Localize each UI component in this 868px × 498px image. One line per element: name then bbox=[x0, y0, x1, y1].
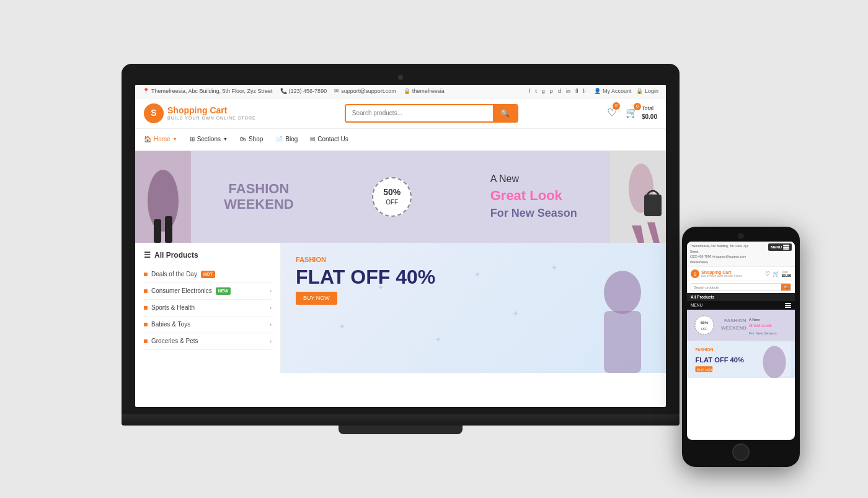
banner-center: FASHIONWEEKEND 50% OFF A New Great Look … bbox=[135, 172, 666, 221]
cart-icon-wrap: 🛒 0 bbox=[626, 106, 638, 120]
top-bar-right: f t g p d in fl li 👤 My Account 🔒 Login bbox=[529, 87, 658, 95]
shop-icon: 🛍 bbox=[240, 135, 246, 144]
location-icon: 📍 bbox=[143, 87, 149, 95]
phone-hero-banner: FASHION WEEKEND 50% OFF A New Great Look… bbox=[687, 310, 795, 341]
website-item: 🔒 themefreesia bbox=[404, 87, 445, 95]
phone-item: 📞 (123) 456-7890 bbox=[280, 87, 327, 95]
address-text: Themefreesia, Abc Building, 5th Floor, Z… bbox=[151, 87, 273, 95]
dribbble-icon[interactable]: d bbox=[558, 87, 561, 95]
svg-point-1 bbox=[148, 170, 179, 232]
sidebar-item-groceries[interactable]: Groceries & Pets › bbox=[144, 333, 272, 350]
svg-text:OFF: OFF bbox=[701, 327, 707, 331]
logo-title: Shopping Cart bbox=[167, 105, 256, 116]
star-deco-4: ✦ bbox=[435, 334, 442, 346]
laptop-screen-outer: 📍 Themefreesia, Abc Building, 5th Floor,… bbox=[122, 64, 680, 414]
blog-icon: 📄 bbox=[275, 135, 283, 144]
banner-great-look: Great Look bbox=[490, 186, 577, 206]
svg-text:Great Look: Great Look bbox=[749, 323, 772, 328]
svg-text:FASHION: FASHION bbox=[695, 347, 713, 351]
banner-new: A New bbox=[490, 172, 577, 186]
email-icon: ✉ bbox=[334, 87, 339, 95]
googleplus-icon[interactable]: g bbox=[542, 87, 545, 95]
sidebar-item-deals[interactable]: Deals of the Day HOT bbox=[144, 266, 272, 283]
phone-banner-svg: FASHION WEEKEND 50% OFF A New Great Look… bbox=[687, 310, 795, 341]
contact-icon: ✉ bbox=[310, 135, 315, 144]
sidebar-arrow-babies: › bbox=[270, 321, 272, 329]
cart-total-area: Total $0.00 bbox=[642, 105, 657, 121]
phone-cart-button[interactable]: 🛒 bbox=[773, 271, 779, 277]
star-deco-6: ✦ bbox=[512, 308, 520, 320]
phone-menu-text: MENU bbox=[691, 303, 702, 307]
sidebar-arrow-electronics: › bbox=[270, 287, 272, 295]
phone-hamburger-icon bbox=[783, 245, 789, 250]
phone-camera bbox=[738, 233, 744, 239]
home-icon: 🏠 bbox=[144, 135, 151, 144]
phone-all-products: All Products bbox=[687, 293, 795, 301]
svg-point-7 bbox=[604, 271, 641, 314]
nav-item-home[interactable]: 🏠 Home ▼ bbox=[144, 129, 177, 150]
sidebar-arrow-sports: › bbox=[270, 304, 272, 312]
phone-search-button[interactable]: 🔍 bbox=[781, 284, 790, 290]
nav-item-blog[interactable]: 📄 Blog bbox=[275, 129, 298, 150]
main-content: ☰ All Products Deals of the Day HOT bbox=[135, 243, 666, 373]
phone-search-input[interactable] bbox=[691, 284, 781, 290]
phone-text: (123) 456-7890 bbox=[289, 87, 327, 95]
globe-icon: 🔒 bbox=[404, 87, 410, 95]
search-input[interactable] bbox=[346, 106, 493, 120]
product-sidebar: ☰ All Products Deals of the Day HOT bbox=[135, 243, 281, 373]
logo-area[interactable]: S Shopping Cart BUILD YOUR OWN ONLINE ST… bbox=[144, 103, 256, 123]
login-link[interactable]: 🔒 Login bbox=[636, 87, 658, 95]
svg-rect-6 bbox=[644, 194, 662, 216]
sidebar-item-babies[interactable]: Babies & Toys › bbox=[144, 317, 272, 333]
svg-point-23 bbox=[763, 346, 786, 377]
twitter-icon[interactable]: t bbox=[535, 87, 537, 95]
email-text: support@support.com bbox=[341, 87, 396, 95]
banner-right-svg bbox=[610, 151, 666, 243]
phone-menu-button[interactable]: MENU bbox=[768, 243, 792, 251]
nav-item-sections[interactable]: ⊞ Sections ▼ bbox=[190, 129, 228, 150]
phone-logo: S Shopping Cart BUILD YOUR OWN ONLINE ST… bbox=[691, 269, 742, 278]
phone-nav-bar: MENU bbox=[687, 301, 795, 310]
laptop-device: 📍 Themefreesia, Abc Building, 5th Floor,… bbox=[122, 64, 680, 434]
cart-button[interactable]: 🛒 0 Total $0.00 bbox=[626, 105, 657, 121]
phone-product-banner: FASHION FLAT OFF 40% BUY NOW bbox=[687, 341, 795, 378]
svg-rect-3 bbox=[165, 216, 172, 243]
phone-header-right: ♡ 🛒 Total $0.00 bbox=[765, 271, 791, 277]
instagram-icon[interactable]: in bbox=[566, 87, 570, 95]
wishlist-badge: 0 bbox=[613, 102, 620, 110]
phone-outer: Themefreesia, Abc Building, 5th Floor, Z… bbox=[682, 227, 800, 467]
nav-item-contact[interactable]: ✉ Contact Us bbox=[310, 129, 348, 150]
svg-text:FLAT OFF 40%: FLAT OFF 40% bbox=[695, 356, 744, 363]
pinterest-icon[interactable]: p bbox=[550, 87, 553, 95]
buy-now-button[interactable]: BUY NOW bbox=[296, 292, 337, 305]
flickr-icon[interactable]: fl bbox=[575, 87, 578, 95]
email-item: ✉ support@support.com bbox=[334, 87, 396, 95]
sidebar-arrow-groceries: › bbox=[270, 338, 272, 346]
banner-left-image bbox=[135, 151, 191, 243]
nav-item-shop[interactable]: 🛍 Shop bbox=[240, 129, 263, 150]
search-button[interactable]: 🔍 bbox=[493, 105, 517, 121]
sections-icon: ⊞ bbox=[190, 135, 195, 144]
sidebar-item-electronics[interactable]: Consumer Electronics NEW › bbox=[144, 283, 272, 300]
phone-wishlist-button[interactable]: ♡ bbox=[765, 271, 770, 277]
my-account-link[interactable]: 👤 My Account bbox=[594, 87, 631, 95]
phone-logo-icon: S bbox=[691, 269, 699, 278]
svg-rect-8 bbox=[604, 311, 641, 373]
laptop-stand bbox=[339, 426, 463, 434]
hot-badge: HOT bbox=[201, 271, 215, 278]
linkedin-icon[interactable]: li bbox=[583, 87, 585, 95]
wishlist-button[interactable]: ♡ 0 bbox=[607, 105, 617, 121]
home-arrow: ▼ bbox=[173, 136, 177, 142]
site-header: S Shopping Cart BUILD YOUR OWN ONLINE ST… bbox=[135, 98, 666, 129]
discount-off: OFF bbox=[386, 198, 398, 207]
facebook-icon[interactable]: f bbox=[529, 87, 531, 95]
phone-home-button[interactable] bbox=[732, 443, 750, 461]
laptop-screen: 📍 Themefreesia, Abc Building, 5th Floor,… bbox=[135, 85, 666, 407]
product-banner: ✦ ✦ ✦ ✦ ✦ ✦ ✦ FASHION FLAT OFF 40% BUY N… bbox=[281, 243, 666, 373]
website-content: 📍 Themefreesia, Abc Building, 5th Floor,… bbox=[135, 85, 666, 373]
sections-arrow: ▼ bbox=[223, 136, 228, 142]
laptop-base bbox=[122, 414, 680, 426]
discount-circle: 50% OFF bbox=[372, 177, 412, 217]
sidebar-item-sports[interactable]: Sports & Health › bbox=[144, 300, 272, 317]
star-deco-3: ✦ bbox=[377, 282, 384, 294]
